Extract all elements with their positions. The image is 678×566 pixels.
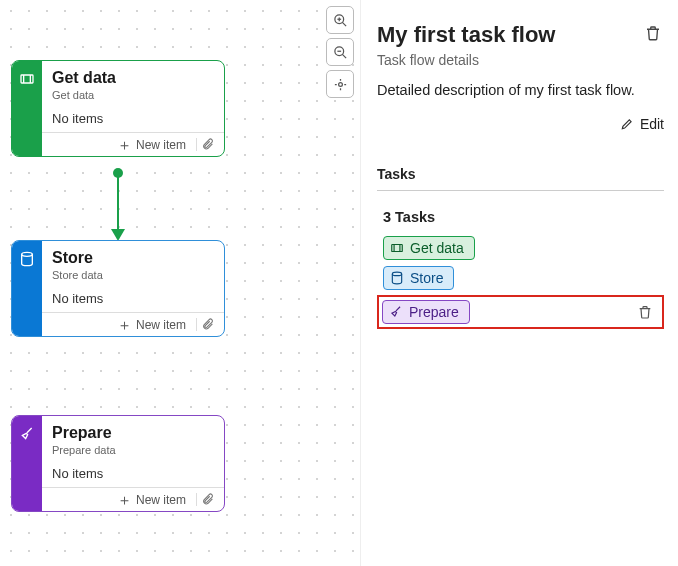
card-title: Get data	[52, 69, 214, 87]
task-pill-label: Store	[410, 270, 443, 286]
database-icon	[390, 271, 404, 285]
svg-point-7	[338, 82, 342, 86]
task-pill-label: Prepare	[409, 304, 459, 320]
card-stripe	[12, 416, 42, 511]
svg-line-1	[342, 22, 346, 26]
plus-icon: ＋	[117, 137, 132, 152]
details-description: Detailed description of my first task fl…	[377, 82, 664, 98]
broom-icon	[19, 426, 35, 442]
card-subtitle: Get data	[52, 89, 214, 101]
card-empty-text: No items	[52, 111, 214, 126]
plus-icon: ＋	[117, 492, 132, 507]
card-empty-text: No items	[52, 291, 214, 306]
film-icon	[19, 71, 35, 87]
task-pill-store[interactable]: Store	[383, 266, 454, 290]
card-stripe	[12, 61, 42, 156]
details-panel: My first task flow Task flow details Det…	[360, 0, 678, 566]
pencil-icon	[620, 117, 634, 131]
zoom-in-button[interactable]	[326, 6, 354, 34]
broom-icon	[389, 305, 403, 319]
card-subtitle: Prepare data	[52, 444, 214, 456]
trash-icon	[637, 304, 653, 320]
tasks-section-label: Tasks	[377, 166, 664, 191]
tasks-count: 3 Tasks	[383, 209, 664, 225]
new-item-button[interactable]: New item	[136, 138, 186, 152]
connector-line	[117, 173, 119, 233]
trash-icon	[644, 24, 662, 42]
flow-card-store[interactable]: Store Store data No items ＋ New item	[11, 240, 225, 337]
paperclip-icon	[201, 493, 214, 506]
card-footer: ＋ New item	[42, 487, 224, 511]
delete-task-button[interactable]	[634, 301, 656, 323]
svg-rect-8	[21, 75, 33, 83]
flow-canvas[interactable]: Get data Get data No items ＋ New item	[0, 0, 360, 566]
svg-point-11	[22, 252, 33, 256]
task-pill-get-data[interactable]: Get data	[383, 236, 475, 260]
attach-button[interactable]	[196, 493, 218, 506]
card-subtitle: Store data	[52, 269, 214, 281]
task-pill-prepare[interactable]: Prepare	[382, 300, 470, 324]
svg-point-15	[392, 272, 401, 276]
edit-label: Edit	[640, 116, 664, 132]
delete-flow-button[interactable]	[642, 22, 664, 44]
svg-rect-12	[392, 245, 403, 252]
flow-card-get-data[interactable]: Get data Get data No items ＋ New item	[11, 60, 225, 157]
svg-line-5	[342, 54, 346, 58]
zoom-controls	[326, 6, 354, 98]
card-empty-text: No items	[52, 466, 214, 481]
card-title: Prepare	[52, 424, 214, 442]
selected-task-row: Prepare	[377, 295, 664, 329]
zoom-out-button[interactable]	[326, 38, 354, 66]
new-item-button[interactable]: New item	[136, 493, 186, 507]
details-subtitle: Task flow details	[377, 52, 664, 68]
database-icon	[19, 251, 35, 267]
card-footer: ＋ New item	[42, 312, 224, 336]
card-footer: ＋ New item	[42, 132, 224, 156]
card-stripe	[12, 241, 42, 336]
task-pill-label: Get data	[410, 240, 464, 256]
fit-view-button[interactable]	[326, 70, 354, 98]
details-title: My first task flow	[377, 22, 555, 48]
new-item-button[interactable]: New item	[136, 318, 186, 332]
paperclip-icon	[201, 138, 214, 151]
flow-card-prepare[interactable]: Prepare Prepare data No items ＋ New item	[11, 415, 225, 512]
attach-button[interactable]	[196, 138, 218, 151]
attach-button[interactable]	[196, 318, 218, 331]
card-title: Store	[52, 249, 214, 267]
paperclip-icon	[201, 318, 214, 331]
plus-icon: ＋	[117, 317, 132, 332]
film-icon	[390, 241, 404, 255]
edit-button[interactable]: Edit	[620, 116, 664, 132]
